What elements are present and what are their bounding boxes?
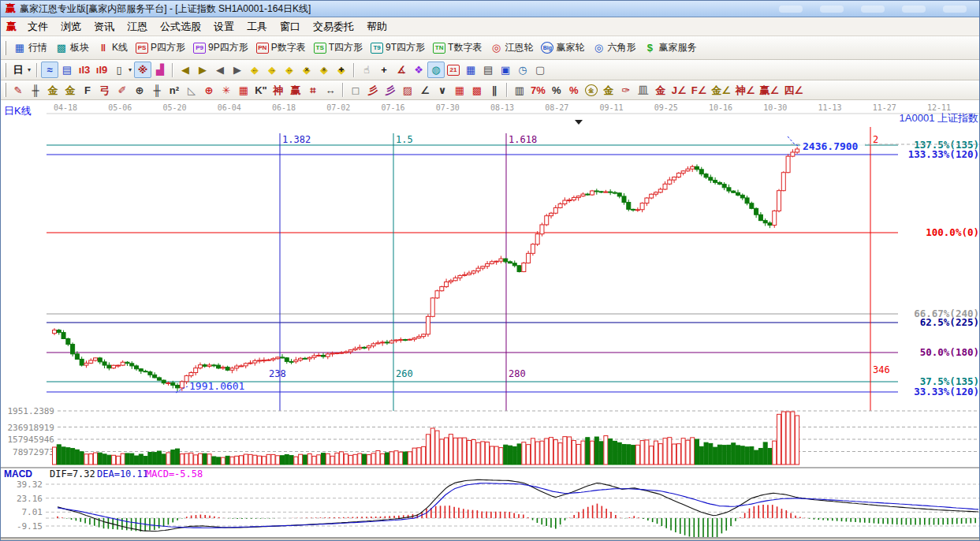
pencil-tool-button[interactable]: ✎ (9, 82, 27, 99)
hexagon-button[interactable]: ◎六角形 (588, 39, 639, 56)
9p-square-button[interactable]: P99P四方形 (189, 39, 252, 56)
gold-angle-button[interactable]: 金∠ (709, 82, 733, 99)
kline-button[interactable]: ‖K线 (93, 39, 132, 56)
last-bar-button[interactable]: ▶ (194, 62, 211, 78)
toolbar-grip[interactable] (4, 83, 6, 97)
color-histogram-button[interactable]: ▟ (151, 62, 169, 78)
bars-3-button[interactable]: ıl3 (76, 62, 93, 78)
menu-item-1[interactable]: 浏览 (54, 18, 88, 35)
titlebar-faint-item[interactable] (902, 6, 926, 13)
ying-angle-button[interactable]: 赢∠ (758, 82, 782, 99)
toolbar-grip[interactable] (4, 63, 6, 77)
gold-under-button[interactable]: 金 (600, 82, 617, 99)
gann-circle-button[interactable]: ⊕ (131, 82, 148, 99)
p-square-button[interactable]: PSP四方形 (132, 39, 189, 56)
diamond-left-button[interactable]: ◆← (246, 62, 263, 78)
hand-tool-button[interactable]: ☝ (358, 62, 375, 78)
star-web-button[interactable]: ✳ (218, 82, 235, 99)
j-angle-button[interactable]: J∠ (669, 82, 689, 99)
menu-item-9[interactable]: 帮助 (360, 18, 393, 35)
f-angle-button[interactable]: F∠ (689, 82, 710, 99)
menu-item-5[interactable]: 设置 (207, 18, 240, 35)
menu-item-0[interactable]: 文件 (21, 18, 54, 35)
v-lines-button[interactable]: ∨ (434, 82, 451, 99)
sectors-button[interactable]: ▩板块 (51, 39, 93, 56)
menu-item-8[interactable]: 交易委托 (307, 18, 360, 35)
gold-circle-button[interactable]: 金 (583, 83, 600, 98)
cup-tool-button[interactable]: 皿 (635, 82, 652, 99)
angle-measure-button[interactable]: ∡ (393, 62, 410, 78)
n2-fence-button[interactable]: n² (166, 82, 183, 99)
fan-box-button[interactable]: 彡 (382, 82, 399, 99)
gold-fence-button[interactable]: 金 (44, 82, 61, 99)
dropdown-arrow-icon[interactable]: ▾ (129, 66, 132, 73)
pencil-ruler-button[interactable]: ✐ (114, 82, 131, 99)
gann-wheel-button[interactable]: ◎江恩轮 (486, 39, 537, 56)
box-diagonal-button[interactable]: ▨ (399, 82, 416, 99)
diamond-expand-button[interactable]: ◆✚ (333, 62, 350, 78)
menu-item-7[interactable]: 窗口 (274, 18, 307, 35)
gold-under2-button[interactable]: 金 (652, 82, 669, 99)
candle-style-combo-button[interactable]: ▯▾ (110, 62, 134, 78)
angle-a-button[interactable]: ◺ (183, 82, 200, 99)
fence-tool-button[interactable]: ╫ (27, 82, 44, 99)
calculator-button[interactable]: ▦ (462, 62, 479, 78)
quotes-button[interactable]: ▦行情 (9, 39, 51, 56)
period-day-combo-button[interactable]: 日▾ (9, 62, 33, 78)
9t-square-button[interactable]: T99T四方形 (367, 39, 429, 56)
first-bar-button[interactable]: ◀ (177, 62, 194, 78)
info-panel-button[interactable]: ▤ (58, 62, 76, 78)
chart-area[interactable]: 日K线04-1805-0605-2006-0406-1807-0207-1607… (1, 100, 980, 538)
percent-button[interactable]: % (548, 82, 565, 99)
next-bar-button[interactable]: ▶ (229, 62, 246, 78)
red-grid-button[interactable]: ▦ (451, 82, 468, 99)
workstation-button[interactable]: ▢ (531, 62, 549, 78)
t-table-button[interactable]: TNT数字表 (429, 39, 486, 56)
wave-tool-button[interactable]: ≈ (41, 62, 58, 78)
diamond-right-button[interactable]: ◆→ (263, 62, 281, 78)
fan-lines-button[interactable]: 彡 (364, 82, 382, 99)
parallel-lines-button[interactable]: ∥ (486, 82, 503, 99)
calendar-21-button[interactable]: 21 (445, 63, 462, 77)
purple-tool-button[interactable]: ❖ (410, 62, 427, 78)
angle-lines-button[interactable]: ∠ (416, 82, 434, 99)
shen-angle-button[interactable]: 神∠ (733, 82, 758, 99)
winner-wheel-button[interactable]: Big赢家轮 (537, 39, 588, 56)
shen-fence-button[interactable]: 神 (270, 82, 287, 99)
prev-bar-button[interactable]: ◀ (211, 62, 229, 78)
target-circle-button[interactable]: ⊕ (200, 82, 218, 99)
dropdown-arrow-icon[interactable]: ▾ (28, 66, 31, 73)
menu-item-6[interactable]: 工具 (240, 18, 274, 35)
brush-tool-button[interactable]: ✑ (617, 82, 635, 99)
si-angle-button[interactable]: 四∠ (781, 82, 806, 99)
f-fence-button[interactable]: F (79, 82, 96, 99)
notes-button[interactable]: ▤ (479, 62, 497, 78)
crosshair-tool-button[interactable]: + (375, 62, 393, 78)
diamond-hrange-button[interactable]: ◆↔ (281, 62, 298, 78)
t-square-button[interactable]: TST四方形 (310, 39, 367, 56)
ruler-123-button[interactable]: ⌗ (304, 82, 322, 99)
percent-under-button[interactable]: % (565, 82, 583, 99)
p-table-button[interactable]: PNP数字表 (252, 39, 310, 56)
bars-9-button[interactable]: ıl9 (93, 62, 110, 78)
width-arrows-button[interactable]: ↔ (322, 82, 339, 99)
menu-item-4[interactable]: 公式选股 (154, 18, 207, 35)
ying-box-button[interactable]: 赢 (287, 82, 304, 99)
kline-chart[interactable]: 日K线04-1805-0605-2006-0406-1807-0207-1607… (1, 100, 980, 538)
fence2-tool-button[interactable]: ╫ (148, 82, 166, 99)
diamond-cross-button[interactable]: ◆✕ (298, 62, 315, 78)
titlebar-faint-item[interactable] (820, 6, 844, 13)
spiral-fence-button[interactable]: 弓 (96, 82, 114, 99)
titlebar-faint-item[interactable] (943, 6, 967, 13)
grid-arrow-button[interactable]: ▩ (468, 82, 486, 99)
diamond-star-button[interactable]: ◆✳ (315, 62, 333, 78)
save-button[interactable]: ▣ (497, 62, 514, 78)
titlebar-faint-item[interactable] (779, 6, 803, 13)
k-quote-button[interactable]: K" (252, 82, 270, 99)
toolbar-grip[interactable] (4, 41, 6, 55)
bar-chart-button[interactable]: ▥ (511, 82, 528, 99)
boxed-web-button[interactable]: ▦ (235, 82, 252, 99)
titlebar-faint-item[interactable] (861, 6, 885, 13)
menu-item-2[interactable]: 资讯 (88, 18, 121, 35)
pattern-tool-button[interactable]: ※ (134, 62, 151, 78)
